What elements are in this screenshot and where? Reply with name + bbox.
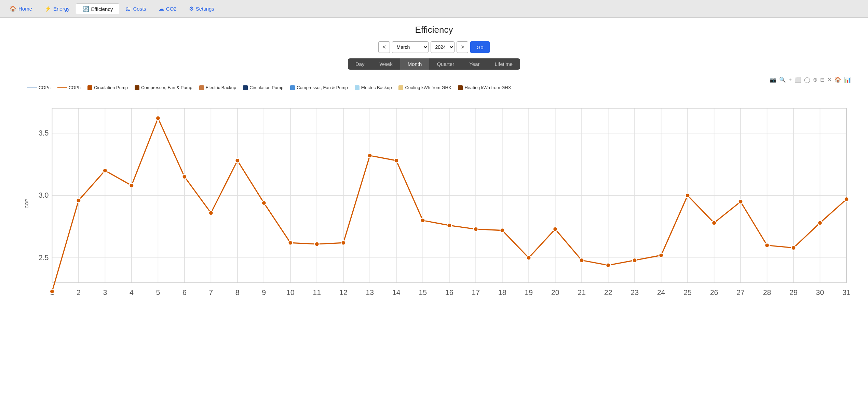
svg-point-86 <box>500 228 504 233</box>
svg-text:5: 5 <box>156 289 160 297</box>
svg-point-97 <box>791 245 796 250</box>
legend-electric-backup-1: Electric Backup <box>199 85 236 90</box>
chart-container: COP 2.53.03.5123456789101112131415161718… <box>7 94 861 312</box>
zoom-in-icon[interactable]: ⊕ <box>813 76 817 83</box>
svg-text:12: 12 <box>339 289 348 297</box>
camera-icon[interactable]: 📷 <box>770 76 776 83</box>
legend-circulation-pump-1: Circulation Pump <box>87 85 128 90</box>
tab-day[interactable]: Day <box>348 58 372 70</box>
legend-compressor-swatch-2 <box>290 85 295 90</box>
tab-quarter[interactable]: Quarter <box>429 58 462 70</box>
legend-circulation-pump-swatch-2 <box>243 85 248 90</box>
svg-text:3.0: 3.0 <box>39 191 49 199</box>
svg-text:19: 19 <box>525 289 533 297</box>
year-select[interactable]: 2021 2022 2023 2024 2025 <box>431 41 455 53</box>
costs-icon: 🗂 <box>125 6 131 12</box>
legend-coph-label: COPh <box>69 85 81 90</box>
zoom-icon[interactable]: 🔍 <box>779 76 786 83</box>
svg-point-81 <box>368 153 372 158</box>
svg-point-79 <box>315 242 319 246</box>
svg-text:10: 10 <box>286 289 295 297</box>
nav-home[interactable]: 🏠 Home <box>3 3 38 14</box>
svg-point-85 <box>474 227 478 231</box>
legend-circulation-pump-swatch-1 <box>87 85 92 90</box>
svg-point-93 <box>686 193 690 198</box>
svg-text:30: 30 <box>816 289 824 297</box>
svg-point-71 <box>103 168 107 173</box>
svg-text:21: 21 <box>578 289 586 297</box>
nav-settings[interactable]: ⚙ Settings <box>183 3 220 14</box>
svg-text:24: 24 <box>657 289 665 297</box>
svg-point-78 <box>288 241 293 245</box>
legend-compressor-text-1: Compressor, Fan & Pump <box>141 85 192 90</box>
nav-efficiency[interactable]: 🔄 Efficiency <box>76 3 120 14</box>
svg-text:27: 27 <box>736 289 745 297</box>
legend-circulation-pump-2: Circulation Pump <box>243 85 283 90</box>
legend-cooling-text: Cooling kWh from GHX <box>405 85 451 90</box>
legend-copc-label: COPc <box>39 85 51 90</box>
zoom-out-icon[interactable]: ⊟ <box>820 76 825 83</box>
svg-point-94 <box>712 221 716 225</box>
svg-text:11: 11 <box>313 289 321 297</box>
legend-electric-swatch-2 <box>355 85 360 90</box>
svg-text:2: 2 <box>77 289 81 297</box>
svg-text:6: 6 <box>182 289 187 297</box>
svg-point-69 <box>50 289 54 294</box>
legend-heating-ghx: Heating kWh from GHX <box>458 85 511 90</box>
nav-energy[interactable]: ⚡ Energy <box>38 3 76 14</box>
y-axis-label: COP <box>24 199 29 208</box>
svg-point-76 <box>235 158 240 163</box>
chart-svg: 2.53.03.51234567891011121314151617181920… <box>24 97 858 305</box>
plus-icon[interactable]: + <box>789 76 792 83</box>
efficiency-icon: 🔄 <box>82 6 89 12</box>
svg-text:23: 23 <box>630 289 639 297</box>
svg-point-96 <box>765 243 769 248</box>
nav-bar: 🏠 Home ⚡ Energy 🔄 Efficiency 🗂 Costs ☁ C… <box>0 0 868 18</box>
svg-text:3.5: 3.5 <box>39 129 49 137</box>
nav-costs[interactable]: 🗂 Costs <box>119 4 152 14</box>
page-title: Efficiency <box>7 25 861 35</box>
svg-text:20: 20 <box>551 289 559 297</box>
legend-compressor-text-2: Compressor, Fan & Pump <box>297 85 348 90</box>
svg-point-90 <box>606 263 610 267</box>
chart-svg-wrapper: COP 2.53.03.5123456789101112131415161718… <box>17 97 851 305</box>
svg-point-98 <box>818 221 822 225</box>
go-button[interactable]: Go <box>470 41 489 53</box>
legend-electric-swatch-1 <box>199 85 204 90</box>
tab-year[interactable]: Year <box>462 58 487 70</box>
svg-text:13: 13 <box>366 289 374 297</box>
legend-compressor-swatch-1 <box>135 85 139 90</box>
svg-text:16: 16 <box>445 289 453 297</box>
svg-text:4: 4 <box>130 289 134 297</box>
legend-electric-text-1: Electric Backup <box>206 85 236 90</box>
nav-efficiency-label: Efficiency <box>91 6 113 12</box>
month-select[interactable]: January February March April May June Ju… <box>392 41 429 53</box>
svg-point-95 <box>738 199 743 204</box>
svg-point-80 <box>341 241 345 245</box>
prev-month-button[interactable]: < <box>378 41 390 53</box>
svg-point-89 <box>580 258 584 263</box>
energy-icon: ⚡ <box>44 5 51 12</box>
reset-zoom-icon[interactable]: ✕ <box>827 76 832 83</box>
next-month-button[interactable]: > <box>457 41 468 53</box>
tab-lifetime[interactable]: Lifetime <box>487 58 520 70</box>
nav-costs-label: Costs <box>133 6 146 12</box>
legend-coph: COPh <box>57 85 81 90</box>
legend-heating-text: Heating kWh from GHX <box>464 85 511 90</box>
selection-icon[interactable]: ⬜ <box>795 76 801 83</box>
home-reset-icon[interactable]: 🏠 <box>835 76 841 83</box>
tab-month[interactable]: Month <box>400 58 430 70</box>
tab-week[interactable]: Week <box>372 58 400 70</box>
nav-co2[interactable]: ☁ CO2 <box>152 3 183 14</box>
svg-point-72 <box>129 183 134 188</box>
legend-cooling-ghx: Cooling kWh from GHX <box>398 85 451 90</box>
svg-text:8: 8 <box>235 289 240 297</box>
legend-electric-backup-2: Electric Backup <box>355 85 392 90</box>
home-icon: 🏠 <box>10 5 16 12</box>
svg-point-82 <box>394 158 398 163</box>
bar-chart-icon[interactable]: 📊 <box>844 76 851 83</box>
svg-point-99 <box>844 197 849 201</box>
svg-text:25: 25 <box>683 289 692 297</box>
lasso-icon[interactable]: ◯ <box>804 76 810 83</box>
chart-legend: COPc COPh Circulation Pump Compressor, F… <box>7 85 861 94</box>
